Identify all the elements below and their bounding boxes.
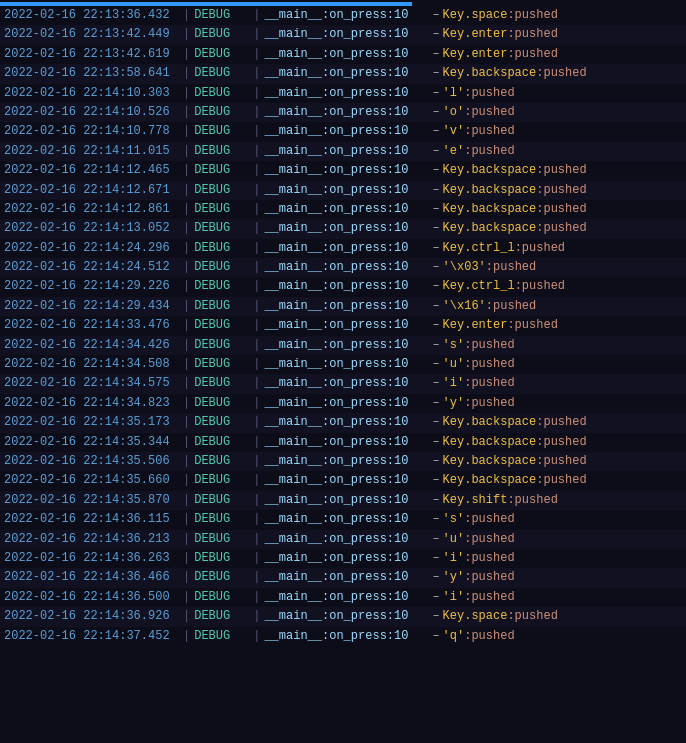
log-dash: –: [432, 589, 439, 606]
log-key: 'o': [443, 104, 465, 121]
log-timestamp: 2022-02-16 22:14:36.263: [4, 550, 179, 567]
separator-2: |: [253, 26, 260, 43]
log-timestamp: 2022-02-16 22:14:24.512: [4, 259, 179, 276]
log-level: DEBUG: [194, 472, 249, 489]
log-timestamp: 2022-02-16 22:14:34.823: [4, 395, 179, 412]
log-level: DEBUG: [194, 375, 249, 392]
log-key: 's': [443, 511, 465, 528]
log-key: Key.backspace: [443, 162, 537, 179]
log-source: __main__:on_press:10: [264, 608, 429, 625]
separator-1: |: [183, 26, 190, 43]
log-key: Key.ctrl_l: [443, 278, 515, 295]
log-dash: –: [432, 123, 439, 140]
log-level: DEBUG: [194, 240, 249, 257]
separator-1: |: [183, 472, 190, 489]
log-timestamp: 2022-02-16 22:14:29.226: [4, 278, 179, 295]
log-dash: –: [432, 550, 439, 567]
log-row: 2022-02-16 22:14:13.052|DEBUG|__main__:o…: [0, 219, 686, 238]
log-action: :pushed: [464, 85, 514, 102]
log-dash: –: [432, 220, 439, 237]
log-action: :pushed: [464, 531, 514, 548]
log-action: :pushed: [507, 26, 557, 43]
log-action: :pushed: [464, 569, 514, 586]
log-timestamp: 2022-02-16 22:14:34.508: [4, 356, 179, 373]
log-key: 'u': [443, 531, 465, 548]
log-source: __main__:on_press:10: [264, 278, 429, 295]
log-level: DEBUG: [194, 434, 249, 451]
log-key: Key.backspace: [443, 201, 537, 218]
log-action: :pushed: [536, 65, 586, 82]
log-timestamp: 2022-02-16 22:14:34.575: [4, 375, 179, 392]
log-key: Key.ctrl_l: [443, 240, 515, 257]
log-action: :pushed: [464, 628, 514, 645]
log-source: __main__:on_press:10: [264, 628, 429, 645]
log-action: :pushed: [536, 201, 586, 218]
log-key: Key.enter: [443, 26, 508, 43]
separator-2: |: [253, 628, 260, 645]
log-key: 'v': [443, 123, 465, 140]
log-row: 2022-02-16 22:14:34.823|DEBUG|__main__:o…: [0, 394, 686, 413]
log-level: DEBUG: [194, 608, 249, 625]
log-level: DEBUG: [194, 143, 249, 160]
log-dash: –: [432, 240, 439, 257]
log-key: Key.backspace: [443, 182, 537, 199]
log-dash: –: [432, 201, 439, 218]
log-level: DEBUG: [194, 220, 249, 237]
separator-1: |: [183, 240, 190, 257]
separator-2: |: [253, 531, 260, 548]
log-source: __main__:on_press:10: [264, 46, 429, 63]
log-source: __main__:on_press:10: [264, 531, 429, 548]
log-level: DEBUG: [194, 317, 249, 334]
log-row: 2022-02-16 22:14:12.465|DEBUG|__main__:o…: [0, 161, 686, 180]
log-dash: –: [432, 531, 439, 548]
log-level: DEBUG: [194, 511, 249, 528]
log-action: :pushed: [536, 434, 586, 451]
log-dash: –: [432, 395, 439, 412]
log-level: DEBUG: [194, 85, 249, 102]
log-dash: –: [432, 434, 439, 451]
log-row: 2022-02-16 22:14:24.512|DEBUG|__main__:o…: [0, 258, 686, 277]
separator-1: |: [183, 434, 190, 451]
log-dash: –: [432, 162, 439, 179]
log-action: :pushed: [464, 356, 514, 373]
separator-1: |: [183, 628, 190, 645]
separator-2: |: [253, 104, 260, 121]
log-level: DEBUG: [194, 104, 249, 121]
log-timestamp: 2022-02-16 22:14:12.861: [4, 201, 179, 218]
log-level: DEBUG: [194, 531, 249, 548]
log-key: Key.backspace: [443, 453, 537, 470]
log-row: 2022-02-16 22:14:29.434|DEBUG|__main__:o…: [0, 297, 686, 316]
separator-1: |: [183, 589, 190, 606]
separator-2: |: [253, 453, 260, 470]
log-row: 2022-02-16 22:14:11.015|DEBUG|__main__:o…: [0, 142, 686, 161]
separator-2: |: [253, 337, 260, 354]
log-row: 2022-02-16 22:14:36.213|DEBUG|__main__:o…: [0, 530, 686, 549]
separator-1: |: [183, 492, 190, 509]
separator-2: |: [253, 395, 260, 412]
log-key: 's': [443, 337, 465, 354]
log-row: 2022-02-16 22:14:10.303|DEBUG|__main__:o…: [0, 84, 686, 103]
log-key: '\x03': [443, 259, 486, 276]
log-key: Key.backspace: [443, 220, 537, 237]
separator-1: |: [183, 278, 190, 295]
separator-1: |: [183, 569, 190, 586]
log-row: 2022-02-16 22:14:36.115|DEBUG|__main__:o…: [0, 510, 686, 529]
log-row: 2022-02-16 22:14:29.226|DEBUG|__main__:o…: [0, 277, 686, 296]
log-level: DEBUG: [194, 337, 249, 354]
log-source: __main__:on_press:10: [264, 65, 429, 82]
log-dash: –: [432, 143, 439, 160]
log-timestamp: 2022-02-16 22:13:42.449: [4, 26, 179, 43]
log-key: 'e': [443, 143, 465, 160]
log-level: DEBUG: [194, 278, 249, 295]
log-action: :pushed: [515, 240, 565, 257]
log-timestamp: 2022-02-16 22:14:34.426: [4, 337, 179, 354]
log-source: __main__:on_press:10: [264, 26, 429, 43]
log-key: Key.shift: [443, 492, 508, 509]
log-timestamp: 2022-02-16 22:14:35.660: [4, 472, 179, 489]
log-action: :pushed: [536, 472, 586, 489]
separator-1: |: [183, 375, 190, 392]
log-row: 2022-02-16 22:14:12.861|DEBUG|__main__:o…: [0, 200, 686, 219]
log-action: :pushed: [464, 337, 514, 354]
log-timestamp: 2022-02-16 22:14:12.671: [4, 182, 179, 199]
log-dash: –: [432, 7, 439, 24]
